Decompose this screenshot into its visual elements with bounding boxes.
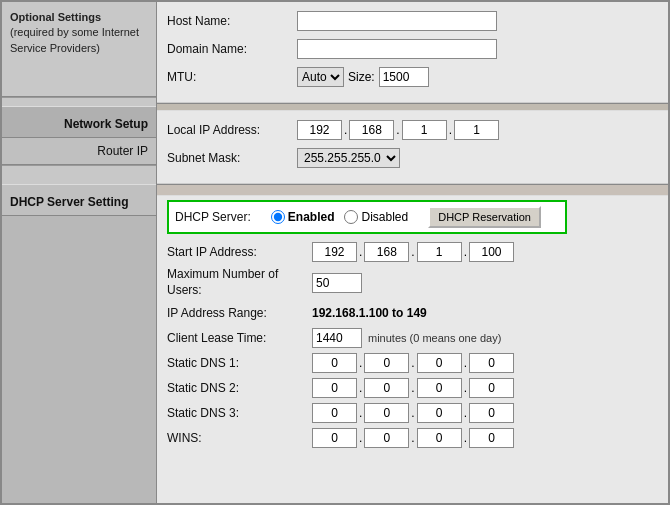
max-users-input[interactable] [312, 273, 362, 293]
ip-range-row: IP Address Range: 192.168.1.100 to 149 [167, 303, 658, 323]
host-name-label: Host Name: [167, 14, 297, 28]
ip-range-value: 192.168.1.100 to 149 [312, 306, 427, 320]
sidebar: Optional Settings (required by some Inte… [2, 2, 157, 503]
lease-time-note: minutes (0 means one day) [368, 332, 501, 344]
dhcp-section: DHCP Server: Enabled Disabled DHCP Reser… [157, 196, 668, 461]
mtu-row: MTU: Auto Size: [167, 66, 658, 88]
optional-settings-section: Host Name: Domain Name: MTU: Auto Size: [157, 2, 668, 103]
dns2-oct1[interactable] [312, 378, 357, 398]
dns1-oct3[interactable] [417, 353, 462, 373]
subnet-mask-row: Subnet Mask: 255.255.255.0 [167, 147, 658, 169]
local-ip-oct3[interactable] [402, 120, 447, 140]
wins-oct3[interactable] [417, 428, 462, 448]
dhcp-reservation-button[interactable]: DHCP Reservation [428, 206, 541, 228]
dhcp-server-label: DHCP Server: [175, 210, 251, 224]
local-ip-oct2[interactable] [349, 120, 394, 140]
wins-oct4[interactable] [469, 428, 514, 448]
dns2-oct2[interactable] [364, 378, 409, 398]
router-ip-section: Local IP Address: . . . Subnet Mask: 255… [157, 111, 668, 184]
start-ip-oct1[interactable] [312, 242, 357, 262]
dhcp-disabled-radio[interactable] [344, 210, 358, 224]
static-dns1-label: Static DNS 1: [167, 356, 312, 370]
start-ip-oct3[interactable] [417, 242, 462, 262]
lease-time-input[interactable] [312, 328, 362, 348]
domain-name-row: Domain Name: [167, 38, 658, 60]
main-content: Host Name: Domain Name: MTU: Auto Size: [157, 2, 668, 503]
size-label: Size: [348, 70, 375, 84]
dhcp-enabled-label: Enabled [288, 210, 335, 224]
dhcp-enabled-option[interactable]: Enabled [271, 210, 335, 224]
subnet-mask-select[interactable]: 255.255.255.0 [297, 148, 400, 168]
dns3-oct1[interactable] [312, 403, 357, 423]
local-ip-group: . . . [297, 120, 499, 140]
subnet-mask-label: Subnet Mask: [167, 151, 297, 165]
dns1-oct2[interactable] [364, 353, 409, 373]
host-name-row: Host Name: [167, 10, 658, 32]
local-ip-row: Local IP Address: . . . [167, 119, 658, 141]
static-dns1-row: Static DNS 1: . . . [167, 353, 658, 373]
sidebar-network-setup: Network Setup [2, 107, 156, 138]
dns1-oct1[interactable] [312, 353, 357, 373]
mtu-size-input[interactable] [379, 67, 429, 87]
local-ip-oct4[interactable] [454, 120, 499, 140]
dns3-oct2[interactable] [364, 403, 409, 423]
optional-settings-text: Optional Settings [10, 11, 101, 23]
wins-row: WINS: . . . [167, 428, 658, 448]
domain-name-label: Domain Name: [167, 42, 297, 56]
dhcp-disabled-label: Disabled [361, 210, 408, 224]
start-ip-oct2[interactable] [364, 242, 409, 262]
wins-oct2[interactable] [364, 428, 409, 448]
max-users-row: Maximum Number ofUsers: [167, 267, 658, 298]
dns2-oct4[interactable] [469, 378, 514, 398]
static-dns2-group: . . . [312, 378, 514, 398]
mtu-label: MTU: [167, 70, 297, 84]
dns2-oct3[interactable] [417, 378, 462, 398]
dns3-oct4[interactable] [469, 403, 514, 423]
static-dns3-group: . . . [312, 403, 514, 423]
wins-group: . . . [312, 428, 514, 448]
sidebar-dhcp-setting: DHCP Server Setting [2, 185, 156, 216]
sidebar-optional-settings: Optional Settings (required by some Inte… [2, 2, 156, 97]
dhcp-disabled-option[interactable]: Disabled [344, 210, 408, 224]
sidebar-router-ip: Router IP [2, 138, 156, 165]
wins-label: WINS: [167, 431, 312, 445]
local-ip-label: Local IP Address: [167, 123, 297, 137]
lease-time-label: Client Lease Time: [167, 331, 312, 345]
start-ip-oct4[interactable] [469, 242, 514, 262]
ip-range-label: IP Address Range: [167, 306, 312, 320]
start-ip-group: . . . [312, 242, 514, 262]
start-ip-row: Start IP Address: . . . [167, 242, 658, 262]
lease-time-row: Client Lease Time: minutes (0 means one … [167, 328, 658, 348]
max-users-label: Maximum Number ofUsers: [167, 267, 312, 298]
dns3-oct3[interactable] [417, 403, 462, 423]
static-dns3-label: Static DNS 3: [167, 406, 312, 420]
static-dns1-group: . . . [312, 353, 514, 373]
start-ip-label: Start IP Address: [167, 245, 312, 259]
dhcp-radio-group: Enabled Disabled DHCP Reservation [271, 206, 541, 228]
static-dns2-row: Static DNS 2: . . . [167, 378, 658, 398]
dhcp-server-row: DHCP Server: Enabled Disabled DHCP Reser… [167, 200, 567, 234]
local-ip-oct1[interactable] [297, 120, 342, 140]
dhcp-enabled-radio[interactable] [271, 210, 285, 224]
static-dns2-label: Static DNS 2: [167, 381, 312, 395]
mtu-select[interactable]: Auto [297, 67, 344, 87]
optional-settings-subtext: (required by some Internet Service Provi… [10, 26, 139, 53]
wins-oct1[interactable] [312, 428, 357, 448]
domain-name-input[interactable] [297, 39, 497, 59]
dns1-oct4[interactable] [469, 353, 514, 373]
host-name-input[interactable] [297, 11, 497, 31]
static-dns3-row: Static DNS 3: . . . [167, 403, 658, 423]
